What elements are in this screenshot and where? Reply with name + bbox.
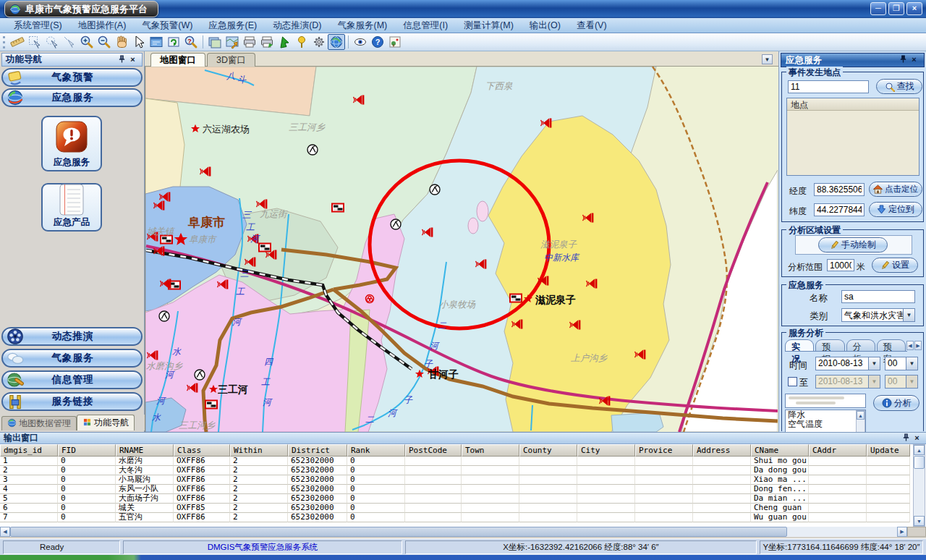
selected-elements-box[interactable] [785, 394, 866, 408]
pin-icon[interactable] [901, 433, 912, 444]
menu-item-3[interactable]: 气象预警(W) [134, 18, 200, 33]
column-header-caddr[interactable]: CAddr [809, 444, 867, 457]
camp-marker-icon[interactable] [195, 370, 205, 380]
tool-print-button[interactable] [241, 34, 258, 50]
tool-pan-hand-button[interactable] [113, 34, 130, 50]
table-row[interactable]: 40东风一小队OXFF8626523020000Dong fen... [0, 485, 913, 494]
camp-marker-icon[interactable] [391, 219, 401, 229]
analysis-tab-1[interactable]: 实况 [785, 339, 814, 351]
camp-marker-icon[interactable] [430, 184, 440, 195]
menu-item-8[interactable]: 测量计算(M) [456, 18, 522, 33]
analysis-tab-3[interactable]: 分析 [846, 339, 875, 351]
close-icon[interactable]: × [912, 433, 922, 444]
tool-select-arrow-button[interactable] [61, 34, 78, 50]
tool-settings-gear-button[interactable] [310, 34, 328, 50]
table-row[interactable]: 20大冬沟OXFF8626523020000Da dong gou [0, 466, 913, 475]
tool-scene-image-button[interactable] [386, 34, 404, 50]
tool-help-button[interactable]: ? [369, 34, 386, 50]
dam-marker-icon[interactable] [332, 204, 344, 212]
dam-marker-icon[interactable] [161, 236, 172, 244]
dam-marker-icon[interactable] [205, 401, 217, 409]
dam-marker-icon[interactable] [259, 244, 271, 252]
menu-item-2[interactable]: 地图操作(A) [70, 18, 135, 33]
service-name-input[interactable] [841, 290, 915, 303]
table-row[interactable]: 10水磨沟OXFF8626523020000Shui mo gou [0, 457, 913, 466]
element-listbox[interactable]: 降水空气温度 ▲ [785, 410, 866, 432]
nav-group-link-poles[interactable]: 服务链接 [1, 392, 143, 411]
to-date-checkbox[interactable] [788, 377, 797, 386]
tool-pointer-button[interactable] [130, 34, 148, 50]
element-list-item[interactable]: 空气温度 [786, 420, 856, 429]
chevron-down-icon[interactable]: ▼ [903, 309, 914, 321]
menu-item-5[interactable]: 动态推演(D) [265, 18, 329, 33]
tool-full-extent-button[interactable] [148, 34, 165, 50]
column-header-rname[interactable]: RNAME [116, 444, 174, 457]
nav-group-weather-warning[interactable]: 气象预警 [1, 68, 143, 87]
tool-eye-button[interactable] [352, 34, 369, 50]
click-locate-button[interactable]: 点击定位 [869, 182, 922, 197]
menu-item-6[interactable]: 气象服务(M) [330, 18, 396, 33]
output-vertical-scrollbar[interactable]: ▲ ▼ [913, 444, 925, 527]
map-window-list-dropdown-icon[interactable]: ▼ [762, 54, 773, 64]
tab-scroll-right-icon[interactable]: ▶ [914, 341, 922, 350]
left-panel-tab-globe-small[interactable]: 地图数据管理 [1, 416, 77, 430]
dam-marker-icon[interactable] [510, 294, 522, 302]
camp-marker-icon[interactable] [159, 311, 169, 321]
restore-button[interactable]: ❐ [888, 2, 904, 15]
analysis-tab-2[interactable]: 预报 [815, 339, 844, 351]
minimize-button[interactable]: ─ [870, 2, 886, 15]
scroll-left-icon[interactable]: ◀ [0, 527, 10, 537]
scroll-right-icon[interactable]: ▶ [897, 527, 907, 537]
chevron-down-icon[interactable]: ▼ [868, 357, 880, 370]
column-header-class[interactable]: Class [174, 444, 230, 457]
column-header-dmgis_id[interactable]: dmgis_id [0, 444, 58, 457]
left-panel-tab-window-small[interactable]: 功能导航 [77, 415, 135, 430]
tool-select-lasso-button[interactable] [43, 34, 61, 50]
longitude-input[interactable] [814, 183, 865, 196]
tool-map-export-button[interactable] [224, 34, 241, 50]
table-row[interactable]: 30小马厩沟OXFF8626523020000Xiao ma ... [0, 475, 913, 485]
menu-item-9[interactable]: 输出(O) [522, 18, 569, 33]
service-type-select[interactable]: 气象和洪水灾害 ▼ [841, 308, 915, 322]
goto-location-button[interactable]: 定位到 [869, 202, 922, 217]
tool-zoom-in-button[interactable] [78, 34, 95, 50]
menu-item-1[interactable]: 系统管理(S) [6, 18, 70, 33]
camp-marker-icon[interactable] [307, 145, 318, 155]
column-header-update[interactable]: Update [867, 444, 910, 457]
pin-icon[interactable] [116, 55, 127, 65]
tool-globe-active-button[interactable] [328, 34, 345, 50]
close-icon[interactable]: × [909, 55, 919, 65]
search-button[interactable]: 查找 [876, 79, 922, 94]
tool-pushpin-button[interactable] [293, 34, 310, 50]
scrollbar-thumb[interactable] [914, 456, 925, 469]
set-range-button[interactable]: 设置 [872, 258, 918, 273]
column-header-town[interactable]: Town [462, 444, 519, 457]
pin-icon[interactable] [898, 55, 909, 65]
scrollbar-thumb[interactable] [10, 527, 787, 537]
emergency-alert-button[interactable]: 应急服务 [41, 116, 102, 171]
date-select[interactable]: 2010-08-13▼ [815, 357, 880, 370]
tool-layers-button[interactable] [206, 34, 224, 50]
column-header-address[interactable]: Address [693, 444, 751, 457]
hour-select[interactable]: 00▼ [885, 357, 918, 370]
menu-item-4[interactable]: 应急服务(E) [200, 18, 265, 33]
output-horizontal-scrollbar[interactable]: ◀ ▶ [0, 527, 926, 537]
tool-identify-button[interactable]: ? [182, 34, 200, 50]
map-tab-map-window[interactable]: 地图窗口 [150, 53, 205, 67]
tool-refresh-view-button[interactable] [165, 34, 182, 50]
latitude-input[interactable] [814, 203, 865, 216]
analysis-tab-4[interactable]: 预案 [877, 339, 906, 351]
column-header-cname[interactable]: CName [751, 444, 809, 457]
analyze-button[interactable]: 分析 [873, 395, 919, 411]
map-canvas[interactable]: 六运湖农场三工河乡下西泉九运街阜康市城关镇阜康市滋泥泉子中新水库滋泥泉子小泉牧场… [145, 67, 778, 432]
tab-scroll-left-icon[interactable]: ◀ [906, 341, 914, 350]
table-row[interactable]: 60城关OXFF8526523020000Cheng guan [0, 504, 913, 513]
column-header-postcode[interactable]: PostCode [405, 444, 462, 457]
map-tab-3d-window[interactable]: 3D窗口 [207, 53, 255, 67]
menu-item-7[interactable]: 信息管理(I) [395, 18, 456, 33]
chevron-down-icon[interactable]: ▼ [906, 357, 917, 370]
tool-zoom-out-button[interactable] [95, 34, 113, 50]
scroll-down-icon[interactable]: ▼ [914, 516, 925, 526]
nav-group-globe-swoosh[interactable]: 应急服务 [1, 88, 143, 107]
column-header-county[interactable]: County [519, 444, 577, 457]
